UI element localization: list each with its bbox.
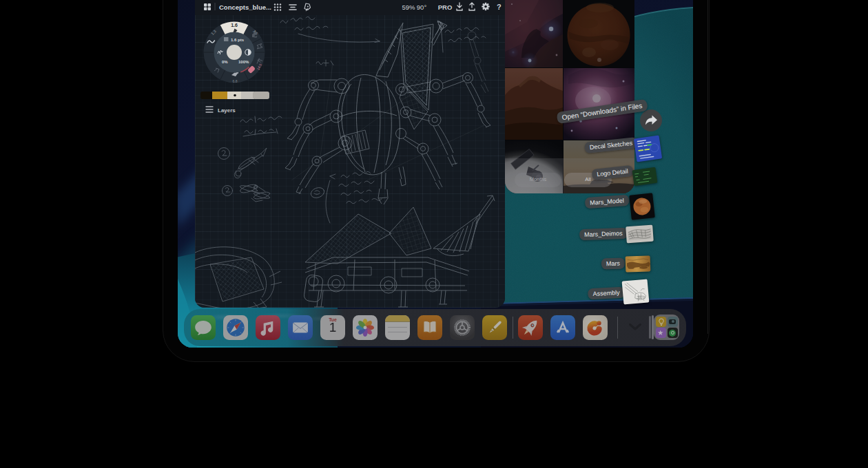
svg-text:59%: 59% [402,3,415,11]
svg-text:1.6: 1.6 [231,23,238,28]
svg-text:90°: 90° [417,3,427,11]
svg-text:?: ? [497,3,502,11]
svg-text:Layers: Layers [218,107,236,114]
svg-text:Concepts_blue...: Concepts_blue... [219,3,271,11]
svg-text:100%: 100% [238,60,249,64]
svg-text:PRO: PRO [438,3,453,11]
svg-text:0%: 0% [222,60,228,64]
svg-text:6.8: 6.8 [233,79,238,83]
svg-text:1.6 pts: 1.6 pts [231,38,245,42]
